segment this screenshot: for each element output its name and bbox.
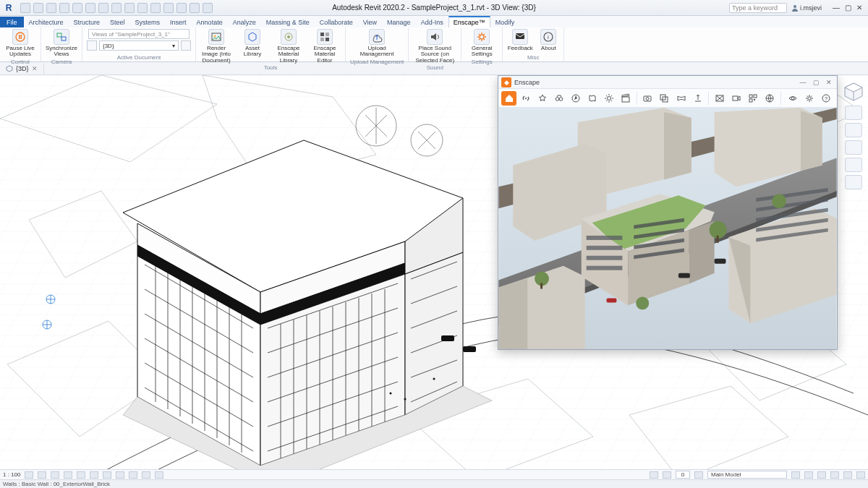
tab-enscape[interactable]: Enscape™ xyxy=(448,16,490,27)
mono-icon[interactable] xyxy=(712,91,727,106)
qat-switch-icon[interactable] xyxy=(190,3,200,13)
rendering-icon[interactable] xyxy=(77,471,85,479)
qat-dim-icon[interactable] xyxy=(111,3,122,13)
select-face-icon[interactable] xyxy=(830,471,839,479)
video-icon[interactable] xyxy=(728,91,744,106)
batch-render-icon[interactable] xyxy=(657,91,672,106)
qat-print-icon[interactable] xyxy=(72,3,82,13)
design-options-icon[interactable] xyxy=(694,471,703,479)
enscape-minimize-button[interactable]: — xyxy=(798,79,808,86)
feedback-button[interactable]: Feedback xyxy=(507,29,533,51)
enscape-close-button[interactable]: ✕ xyxy=(824,79,834,86)
crop-view-icon[interactable] xyxy=(90,471,98,479)
filter-count-icon[interactable] xyxy=(856,471,865,479)
selection-toggle-icon[interactable] xyxy=(650,471,658,479)
maximize-button[interactable]: ▢ xyxy=(842,3,854,13)
enscape-window[interactable]: ◆ Enscape — ▢ ✕ xyxy=(498,75,838,350)
qat-thin-lines-icon[interactable] xyxy=(163,3,174,13)
help-search-input[interactable]: Type a keyword xyxy=(729,3,787,13)
qat-dropdown-icon[interactable] xyxy=(203,3,213,13)
select-links-icon[interactable] xyxy=(791,471,800,479)
home-icon[interactable] xyxy=(501,91,516,106)
tab-systems[interactable]: Systems xyxy=(130,17,166,27)
view-cube[interactable] xyxy=(843,81,864,103)
scale-label[interactable]: 1 : 100 xyxy=(3,471,20,478)
asset-library-button[interactable]: Asset Library xyxy=(237,29,268,58)
sun-icon[interactable] xyxy=(602,91,617,106)
tab-insert[interactable]: Insert xyxy=(165,17,192,27)
drag-elements-icon[interactable] xyxy=(843,471,852,479)
web-icon[interactable] xyxy=(762,91,778,106)
filter-icon[interactable] xyxy=(663,471,671,479)
tab-annotate[interactable]: Annotate xyxy=(192,17,228,27)
settings-visual-icon[interactable] xyxy=(786,91,801,106)
zero-field[interactable]: 0 xyxy=(676,471,690,479)
visual-style-icon[interactable] xyxy=(38,471,46,479)
link-icon[interactable] xyxy=(518,91,533,106)
qat-save-icon[interactable] xyxy=(33,3,43,13)
view-list-icon[interactable] xyxy=(87,40,97,51)
pause-live-updates-button[interactable]: Pause Live Updates xyxy=(4,29,36,58)
lock-3d-icon[interactable] xyxy=(116,471,124,479)
tab-analyze[interactable]: Analyze xyxy=(228,17,261,27)
minimize-button[interactable]: — xyxy=(830,3,842,13)
panorama-icon[interactable] xyxy=(673,91,689,106)
render-image-button[interactable]: Render Image (into Document) xyxy=(200,29,232,64)
enscape-render-viewport[interactable] xyxy=(498,108,837,349)
close-button[interactable]: ✕ xyxy=(854,3,865,13)
tab-addins[interactable]: Add-Ins xyxy=(416,17,448,27)
favorite-icon[interactable] xyxy=(535,91,550,106)
binoculars-icon[interactable] xyxy=(551,91,566,106)
enscape-gear-icon[interactable] xyxy=(802,91,817,106)
export-icon[interactable] xyxy=(690,91,705,106)
screenshot-icon[interactable] xyxy=(640,91,655,106)
nav-pan-icon[interactable] xyxy=(845,140,862,155)
views-of-field[interactable]: Views of "SampleProject_3_1" xyxy=(88,29,190,39)
compass-icon[interactable] xyxy=(568,91,583,106)
nav-zoom-icon[interactable] xyxy=(845,158,862,172)
material-editor-button[interactable]: Enscape Material Editor xyxy=(309,29,341,64)
qat-measure-icon[interactable] xyxy=(85,3,95,13)
select-underlay-icon[interactable] xyxy=(804,471,813,479)
about-button[interactable]: i About xyxy=(537,29,559,51)
view-tab-3d[interactable]: {3D} ✕ xyxy=(0,64,44,74)
qat-open-icon[interactable] xyxy=(20,3,30,13)
qat-text-icon[interactable] xyxy=(98,3,109,13)
place-sound-button[interactable]: Place Sound Source (on Selected Face) xyxy=(413,29,456,64)
nav-wheel-icon[interactable] xyxy=(845,123,862,137)
temp-hide-icon[interactable] xyxy=(129,471,137,479)
view-select[interactable]: {3D}▾ xyxy=(99,40,179,51)
tab-manage[interactable]: Manage xyxy=(382,17,416,27)
refresh-view-icon[interactable] xyxy=(181,40,191,51)
qat-3d-icon[interactable] xyxy=(137,3,148,13)
sync-views-button[interactable]: Synchronize Views xyxy=(46,29,77,58)
qat-undo-icon[interactable] xyxy=(46,3,56,13)
viewport-3d[interactable]: ◆ Enscape — ▢ ✕ xyxy=(0,75,868,469)
enscape-titlebar[interactable]: ◆ Enscape — ▢ ✕ xyxy=(498,76,837,89)
enscape-help-icon[interactable]: ? xyxy=(819,91,834,106)
material-library-button[interactable]: Enscape Material Library xyxy=(273,29,305,64)
tab-modify[interactable]: Modify xyxy=(490,17,520,27)
qat-close-hidden-icon[interactable] xyxy=(176,3,187,13)
user-account[interactable]: i.msjevi xyxy=(791,4,822,12)
select-pinned-icon[interactable] xyxy=(817,471,826,479)
map-mode-icon[interactable] xyxy=(585,91,600,106)
general-settings-button[interactable]: General Settings xyxy=(466,29,498,58)
crop-region-icon[interactable] xyxy=(103,471,111,479)
tab-massing[interactable]: Massing & Site xyxy=(261,17,315,27)
qr-icon[interactable] xyxy=(745,91,760,106)
sun-path-icon[interactable] xyxy=(51,471,59,479)
tab-view[interactable]: View xyxy=(358,17,382,27)
qat-redo-icon[interactable] xyxy=(59,3,69,13)
nav-orbit-icon[interactable] xyxy=(845,175,862,189)
nav-home-icon[interactable] xyxy=(845,106,862,120)
worksharing-icon[interactable] xyxy=(155,471,163,479)
tab-structure[interactable]: Structure xyxy=(69,17,106,27)
main-model-select[interactable]: Main Model xyxy=(707,471,787,479)
detail-level-icon[interactable] xyxy=(25,471,33,479)
tab-collaborate[interactable]: Collaborate xyxy=(315,17,358,27)
tab-file[interactable]: File xyxy=(0,17,24,27)
tab-architecture[interactable]: Architecture xyxy=(24,17,69,27)
view-tab-close-icon[interactable]: ✕ xyxy=(32,65,38,72)
enscape-maximize-button[interactable]: ▢ xyxy=(811,79,821,86)
